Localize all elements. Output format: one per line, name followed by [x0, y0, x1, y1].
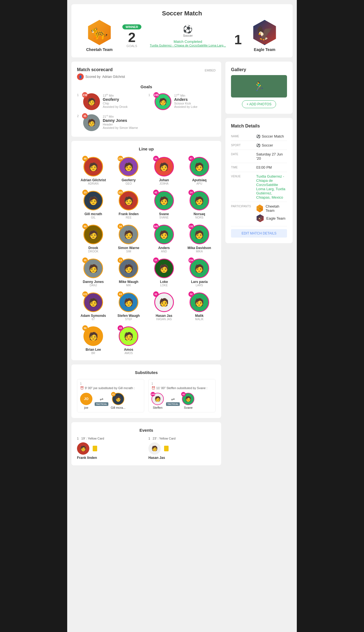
player-name: Malik — [195, 314, 204, 318]
player-nick: BR — [91, 352, 95, 355]
venue-link[interactable]: Tuxtla Gutierrez - Chiapa de CorzoSatéli… — [150, 44, 226, 47]
goal-name: Danny Jones — [103, 118, 144, 123]
player-name: Aputsiaq — [192, 178, 206, 182]
event-avatar: 🧑 — [77, 442, 89, 455]
sub-players: 🧑 349 Steffen ⇌ TACTICAL — [151, 393, 213, 409]
player-name: Frank linden — [119, 212, 139, 216]
match-details-section: Match Details NAME ⚽ Soccer Match SPORT … — [225, 118, 293, 243]
player-nick: ADRIAN — [88, 182, 99, 185]
sub-out-avatar: 🧑 349 — [151, 393, 164, 405]
player-name: Drook — [88, 246, 98, 250]
goals-label: GOALS — [127, 44, 137, 48]
goal-item: 1 🧑 245 17th Min Anders Scissor Kick Ass… — [148, 93, 216, 110]
goal-info: 21st Min Danny Jones Header Assisted by … — [103, 114, 144, 129]
goal-item: 1 🧑 238 13th Min Geoferry Chip Assisted … — [77, 93, 144, 110]
list-item: 🧑 35 Danny Jones DANJ — [83, 259, 104, 287]
list-item: 🧑 42 Svane SVANE — [154, 191, 174, 219]
yellow-card-icon — [164, 446, 169, 451]
event-body: 🧑 — [148, 442, 216, 455]
name-value: ⚽ Soccer Match — [256, 134, 287, 138]
list-item: 🧑 48 Adrian Gilchrist ADRIAN — [81, 157, 106, 185]
list-item: 🧑 13 Mike Waugh MIK — [119, 259, 138, 287]
eagle-participant-name: Eagle Team — [266, 216, 285, 220]
goal-number: 1 — [77, 93, 80, 97]
player-name: Brian Lee — [86, 348, 101, 352]
goal-assist: Assisted by Drook — [103, 105, 144, 108]
sub-team-num: 1 — [80, 382, 141, 385]
scorer-icon: 👤 — [77, 73, 84, 80]
scored-by-label: Scored by — [85, 75, 101, 79]
goal-assist: Assisted by Simon Warne — [103, 126, 144, 129]
yellow-card-icon — [93, 446, 97, 451]
match-details-title: Match Details — [231, 124, 287, 129]
player-name: Svane — [159, 212, 169, 216]
eagle-team-name: Eagle Team — [254, 47, 276, 52]
player-nick: STEF — [125, 318, 132, 321]
player-nick: NORS — [195, 216, 203, 219]
event-player-name: Hasan Jas — [148, 456, 216, 460]
player-name: Stefen Waugh — [118, 314, 140, 318]
player-nick: DANJ — [90, 284, 97, 287]
player-name: Lars pavia — [191, 280, 207, 284]
event-header: 1 19' : Yellow Card — [77, 437, 144, 440]
eagle-hexagon: 🦅 — [252, 20, 277, 45]
venue-detail-label: VENUE — [231, 174, 256, 178]
cheetah-team-block: 🐆 Cheetah Team — [77, 20, 122, 52]
sub-players: JO joe ⇌ TACTICAL 🧑 2 — [80, 393, 141, 409]
swap-icon: ⇌ — [171, 396, 175, 402]
goal-avatar: 🧑 238 — [83, 93, 100, 110]
embed-button[interactable]: EMBED — [205, 69, 216, 72]
eagle-team-block: 🦅 Eagle Team — [242, 20, 287, 52]
scorer-name: Adrian Gilchrist — [102, 75, 125, 79]
events-title: Events — [77, 428, 216, 433]
events-section: Events 1 19' : Yellow Card 🧑 Frank linde… — [71, 422, 221, 465]
list-item: 🧑 221 Adam Symonds 67 — [81, 292, 106, 321]
match-title: Soccer Match — [77, 10, 287, 17]
add-photos-button[interactable]: + ADD PHOTOS — [242, 100, 276, 108]
list-item: 🧑 67 Aputsiaq APU — [190, 157, 209, 185]
sub-time: ⏰ 9' 00" joe substituted by Gill mcrath … — [80, 386, 141, 390]
venue-detail-value[interactable]: Tuxtla Gutierrez - Chiapa de CorzoSatéli… — [256, 174, 287, 199]
player-name: Amos — [124, 348, 133, 352]
player-nick: HASAN JAS — [156, 318, 172, 321]
event-header: 1 23' : Yellow Card — [148, 437, 216, 440]
goal-type: Chip — [103, 102, 144, 105]
goal-min: 17th Min — [174, 93, 216, 97]
cheetah-hex-icon: 🐆 — [256, 205, 263, 212]
player-name: Geoferry — [122, 178, 136, 182]
list-item: 🧑 234 Lars pavia LARS — [190, 259, 209, 287]
list-item: 🧑 32 Malik MALIK — [190, 292, 209, 321]
gallery-photo: 🏃‍♂️ — [231, 75, 287, 97]
detail-name-row: NAME ⚽ Soccer Match — [231, 132, 287, 141]
sub-arrow: ⇌ TACTICAL — [166, 396, 180, 406]
list-item: 🧑 63 Stefen Waugh STEF — [118, 292, 140, 321]
substitutes-section: Substitutes 1 ⏰ 9' 00" joe substituted b… — [71, 364, 221, 418]
player-nick: AND — [161, 250, 167, 253]
eagle-icon: 🦅 — [253, 21, 276, 45]
sub-in-avatar: 🧑 42 — [182, 393, 194, 405]
winner-badge: WINNER — [122, 24, 142, 29]
player-nick: DROOK — [88, 250, 99, 253]
player-name: Johan — [159, 178, 169, 182]
gallery-section: Gallery 🏃‍♂️ + ADD PHOTOS — [225, 62, 293, 114]
list-item: 🧑 23 Gill mcrath GIL — [83, 191, 103, 219]
sub-title: Substitutes — [77, 370, 216, 375]
sub-team-num: 1 — [151, 382, 213, 385]
list-item: 🧑 34 Simon Warne SIM — [118, 225, 139, 253]
list-item: 🧑 32 Hasan Jas HASAN JAS — [154, 292, 174, 321]
tactical-badge: TACTICAL — [95, 402, 108, 406]
sport-value: ⚽ Soccer — [256, 143, 287, 147]
name-label: NAME — [231, 134, 256, 138]
goal-info: 17th Min Anders Scissor Kick Assisted by… — [174, 93, 216, 108]
eagle-hex-icon: 🦅 — [256, 214, 264, 222]
goal-badge: 35 — [82, 113, 88, 119]
player-nick: MIKA — [196, 250, 203, 253]
cheetah-icon: 🐆 — [87, 20, 112, 45]
edit-match-details-button[interactable]: EDIT MATCH DETAILS — [231, 229, 287, 238]
detail-date-row: DATE Saturday 27 Jun '20 — [231, 150, 287, 163]
participant-eagle: 🦅 Eagle Team — [256, 214, 287, 222]
player-nick: REE — [126, 216, 132, 219]
list-item: 🧑 56 Brian Lee BR — [83, 326, 103, 355]
goal-item: 2 🧑 35 21st Min Danny Jones Header Assis… — [77, 114, 144, 131]
player-nick: AMOS — [125, 352, 133, 355]
